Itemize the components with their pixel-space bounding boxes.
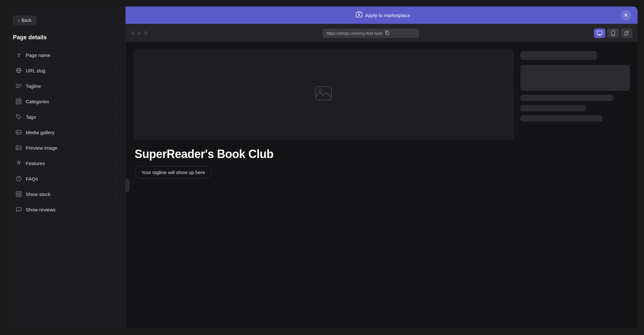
show-stock-icon	[15, 191, 22, 197]
svg-point-14	[17, 147, 18, 147]
chevron-icon: ›	[115, 53, 116, 58]
preview-top-row	[133, 50, 630, 140]
chevron-icon: ›	[115, 130, 116, 135]
chevron-icon: ›	[115, 161, 116, 166]
sidebar-item-url-slug[interactable]: URL slug ›	[9, 63, 123, 78]
svg-point-12	[17, 131, 18, 132]
back-button[interactable]: ‹ Back	[13, 15, 37, 25]
tagline-icon	[15, 83, 22, 89]
close-button[interactable]: ✕	[621, 10, 631, 20]
marketplace-label: Apply to marketplace	[365, 13, 410, 18]
browser-dots	[131, 31, 148, 35]
browser-chrome: https://whop.com/my-first-hub/	[126, 24, 638, 42]
svg-point-22	[358, 14, 360, 15]
preview-image-placeholder	[133, 50, 514, 140]
sidebar-item-show-reviews[interactable]: Show reviews ›	[9, 202, 123, 217]
svg-rect-8	[16, 102, 18, 104]
svg-rect-9	[19, 102, 22, 104]
preview-image-icon	[15, 144, 22, 151]
svg-rect-23	[386, 32, 389, 35]
page-name-icon: T	[15, 52, 22, 58]
sidebar-item-preview-image[interactable]: Preview image ›	[9, 140, 123, 155]
show-stock-label: Show stock	[26, 191, 51, 197]
page-name-label: Page name	[26, 52, 51, 58]
chevron-icon: ›	[115, 145, 116, 150]
url-input-wrap[interactable]: https://whop.com/my-first-hub/	[323, 29, 419, 38]
svg-rect-13	[16, 146, 21, 150]
sidebar-item-faqs[interactable]: FAQs ›	[9, 171, 123, 186]
marketplace-icon	[355, 11, 363, 20]
chevron-icon: ›	[115, 68, 116, 73]
svg-point-30	[319, 89, 322, 92]
svg-rect-24	[597, 31, 602, 34]
browser-dot-red	[131, 31, 135, 35]
svg-point-10	[17, 115, 18, 116]
tagline-label: Tagline	[26, 83, 41, 89]
sidebar-item-features[interactable]: Features ›	[9, 155, 123, 171]
svg-rect-20	[19, 195, 22, 197]
svg-rect-11	[16, 130, 21, 134]
svg-rect-17	[16, 191, 18, 194]
back-arrow-icon: ‹	[18, 18, 20, 23]
product-title: SuperReader's Book Club	[135, 147, 629, 161]
app-container: ‹ Back Page details T Page name ›	[6, 6, 638, 329]
chevron-icon: ›	[115, 84, 116, 88]
sidebar-menu: T Page name › URL slug	[6, 47, 125, 329]
categories-icon	[15, 98, 22, 105]
svg-rect-21	[356, 13, 362, 17]
chevron-icon: ›	[115, 115, 116, 119]
url-text: https://whop.com/my-first-hub/	[327, 31, 383, 36]
back-label: Back	[22, 18, 32, 23]
skeleton-bar-4	[520, 105, 586, 111]
chevron-icon: ›	[115, 176, 116, 181]
copy-icon[interactable]	[385, 31, 390, 36]
sidebar-item-media-gallery[interactable]: Media gallery ›	[9, 125, 123, 140]
tagline-text: Your tagline will show up here	[141, 170, 205, 175]
browser-dot-green	[144, 31, 148, 35]
sidebar-item-show-stock[interactable]: Show stock ›	[9, 186, 123, 202]
chevron-icon: ›	[115, 99, 116, 104]
external-link-button[interactable]	[621, 28, 632, 38]
features-label: Features	[26, 161, 45, 166]
top-bar: Apply to marketplace ✕	[126, 6, 638, 24]
media-gallery-label: Media gallery	[26, 130, 54, 135]
url-slug-icon	[15, 67, 22, 74]
tags-label: Tags	[26, 114, 36, 120]
browser-actions	[594, 28, 632, 38]
sidebar-title: Page details	[6, 34, 125, 47]
sidebar-item-tagline[interactable]: Tagline ›	[9, 78, 123, 94]
categories-label: Categories	[26, 99, 49, 104]
url-slug-label: URL slug	[26, 68, 45, 73]
desktop-view-button[interactable]	[594, 28, 605, 38]
svg-point-16	[18, 180, 19, 180]
skeleton-bar-3	[520, 95, 613, 101]
svg-rect-7	[19, 99, 22, 101]
sidebar-item-tags[interactable]: Tags ›	[9, 109, 123, 125]
skeleton-bar-1	[520, 51, 597, 60]
skeleton-bar-5	[520, 115, 602, 122]
url-bar: https://whop.com/my-first-hub/	[153, 29, 589, 38]
skeleton-bar-2	[520, 65, 630, 91]
tags-icon	[15, 114, 22, 120]
mobile-view-button[interactable]	[607, 28, 619, 38]
sidebar-item-categories[interactable]: Categories ›	[9, 94, 123, 109]
main-content: Apply to marketplace ✕ https://whop.com/…	[126, 6, 638, 329]
collapse-handle[interactable]: ‹	[126, 179, 129, 192]
faqs-icon	[15, 175, 22, 182]
collapse-icon: ‹	[126, 183, 126, 188]
svg-rect-29	[316, 87, 331, 100]
close-icon: ✕	[624, 12, 628, 18]
sidebar-item-page-name[interactable]: T Page name ›	[9, 47, 123, 63]
faqs-label: FAQs	[26, 176, 38, 181]
preview-bottom: SuperReader's Book Club Your tagline wil…	[133, 147, 630, 179]
show-reviews-icon	[15, 206, 22, 213]
svg-rect-18	[19, 191, 22, 194]
marketplace-button[interactable]: Apply to marketplace	[355, 11, 410, 20]
preview-area: ‹	[126, 42, 638, 329]
preview-image-label: Preview image	[26, 145, 57, 151]
tagline-pill: Your tagline will show up here	[135, 166, 212, 179]
image-placeholder-icon	[315, 86, 332, 104]
sidebar: ‹ Back Page details T Page name ›	[6, 6, 126, 329]
svg-rect-6	[16, 99, 18, 101]
chevron-icon: ›	[115, 207, 116, 212]
